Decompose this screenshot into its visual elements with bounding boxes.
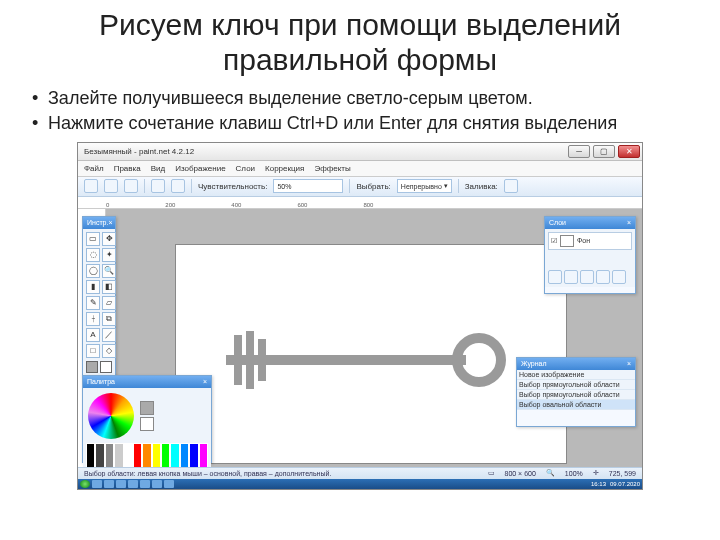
- shape-tool-icon[interactable]: ◇: [102, 344, 116, 358]
- panel-close-icon[interactable]: ×: [627, 360, 631, 367]
- canvas[interactable]: [176, 245, 566, 463]
- add-layer-button[interactable]: [548, 270, 562, 284]
- lasso-tool-icon[interactable]: ◌: [86, 248, 100, 262]
- tool-button[interactable]: [84, 179, 98, 193]
- clone-tool-icon[interactable]: ⧉: [102, 312, 116, 326]
- panel-title: Палитра: [87, 378, 115, 385]
- clock-date: 09.07.2020: [610, 481, 640, 487]
- menu-item[interactable]: Правка: [114, 164, 141, 173]
- tool-button[interactable]: [171, 179, 185, 193]
- line-tool-icon[interactable]: ／: [102, 328, 116, 342]
- merge-layer-button[interactable]: [596, 270, 610, 284]
- ruler-mark: 200: [165, 202, 175, 208]
- background-color[interactable]: [100, 361, 112, 373]
- minimize-button[interactable]: ─: [568, 145, 590, 158]
- taskbar-icon[interactable]: [128, 480, 138, 488]
- panel-close-icon[interactable]: ×: [627, 219, 631, 226]
- secondary-color-box[interactable]: [140, 417, 154, 431]
- menu-item[interactable]: Изображение: [175, 164, 225, 173]
- picker-tool-icon[interactable]: ⟊: [86, 312, 100, 326]
- menu-item[interactable]: Коррекция: [265, 164, 304, 173]
- text-tool-icon[interactable]: A: [86, 328, 100, 342]
- tool-button[interactable]: [151, 179, 165, 193]
- layer-thumbnail: [560, 235, 574, 247]
- tolerance-label: Чувствительность:: [198, 182, 267, 191]
- mode-dropdown[interactable]: Непрерывно▾: [397, 179, 452, 193]
- key-drawing: [226, 329, 506, 389]
- close-button[interactable]: ✕: [618, 145, 640, 158]
- history-item[interactable]: Новое изображение: [517, 370, 635, 380]
- separator: [458, 179, 459, 193]
- tolerance-slider[interactable]: 50%: [273, 179, 343, 193]
- system-clock[interactable]: 16:13 09.07.2020: [591, 481, 640, 487]
- panel-title: Слои: [549, 219, 566, 226]
- maximize-button[interactable]: ▢: [593, 145, 615, 158]
- ruler-horizontal: 0 200 400 600 800: [78, 197, 642, 209]
- cursor-icon: ✛: [593, 469, 599, 477]
- primary-color-box[interactable]: [140, 401, 154, 415]
- ruler-mark: 600: [297, 202, 307, 208]
- delete-layer-button[interactable]: [564, 270, 578, 284]
- bullet-item: Нажмите сочетание клавиш Ctrl+D или Ente…: [48, 112, 690, 135]
- tool-button[interactable]: [104, 179, 118, 193]
- duplicate-layer-button[interactable]: [580, 270, 594, 284]
- panel-title: Журнал: [521, 360, 547, 367]
- panel-title: Инстр.: [87, 219, 108, 226]
- checkbox-icon[interactable]: ☑: [551, 237, 557, 245]
- tools-grid: ▭ ✥ ◌ ✦ ◯ 🔍 ▮ ◧ ✎ ▱ ⟊ ⧉ A ／ □ ◇: [86, 232, 112, 358]
- ellipse-select-tool-icon[interactable]: ◯: [86, 264, 100, 278]
- ruler-mark: 400: [231, 202, 241, 208]
- history-item[interactable]: Выбор овальной области: [517, 400, 635, 410]
- separator: [144, 179, 145, 193]
- zoom-tool-icon[interactable]: 🔍: [102, 264, 116, 278]
- bucket-tool-icon[interactable]: ▮: [86, 280, 100, 294]
- foreground-color[interactable]: [86, 361, 98, 373]
- tolerance-value: 50%: [277, 183, 291, 190]
- rect-select-tool-icon[interactable]: ▭: [86, 232, 100, 246]
- slide-title: Рисуем ключ при помощи выделений правиль…: [30, 8, 690, 77]
- layers-panel[interactable]: Слои× ☑ Фон: [544, 216, 636, 294]
- layer-row[interactable]: ☑ Фон: [548, 232, 632, 250]
- taskbar-icon[interactable]: [152, 480, 162, 488]
- move-tool-icon[interactable]: ✥: [102, 232, 116, 246]
- tools-panel[interactable]: Инстр.× ▭ ✥ ◌ ✦ ◯ 🔍 ▮ ◧ ✎ ▱ ⟊ ⧉ A ／: [82, 216, 116, 377]
- layer-props-button[interactable]: [612, 270, 626, 284]
- wand-tool-icon[interactable]: ✦: [102, 248, 116, 262]
- taskbar-icon[interactable]: [140, 480, 150, 488]
- layer-name: Фон: [577, 237, 590, 244]
- separator: [191, 179, 192, 193]
- rect-tool-icon[interactable]: □: [86, 344, 100, 358]
- taskbar-icon[interactable]: [92, 480, 102, 488]
- panel-close-icon[interactable]: ×: [108, 219, 112, 226]
- brush-tool-icon[interactable]: ✎: [86, 296, 100, 310]
- taskbar-icon[interactable]: [116, 480, 126, 488]
- window-titlebar: Безымянный - paint.net 4.2.12 ─ ▢ ✕: [78, 143, 642, 161]
- taskbar-icon[interactable]: [164, 480, 174, 488]
- toolbar: Чувствительность: 50% Выбрать: Непрерывн…: [78, 177, 642, 197]
- history-item[interactable]: Выбор прямоугольной области: [517, 380, 635, 390]
- flood-button[interactable]: [504, 179, 518, 193]
- window-title: Безымянный - paint.net 4.2.12: [84, 147, 194, 156]
- eraser-tool-icon[interactable]: ▱: [102, 296, 116, 310]
- menu-bar: Файл Правка Вид Изображение Слои Коррекц…: [78, 161, 642, 177]
- bullet-item: Залейте получившееся выделение светло-се…: [48, 87, 690, 110]
- palette-panel[interactable]: Палитра×: [82, 375, 212, 463]
- taskbar: 16:13 09.07.2020: [78, 479, 642, 489]
- taskbar-icon[interactable]: [104, 480, 114, 488]
- screenshot: Безымянный - paint.net 4.2.12 ─ ▢ ✕ Файл…: [77, 142, 643, 490]
- history-item[interactable]: Выбор прямоугольной области: [517, 390, 635, 400]
- zoom-level: 100%: [565, 470, 583, 477]
- menu-item[interactable]: Файл: [84, 164, 104, 173]
- gradient-tool-icon[interactable]: ◧: [102, 280, 116, 294]
- color-wheel[interactable]: [88, 393, 134, 439]
- start-button[interactable]: [80, 480, 90, 488]
- menu-item[interactable]: Слои: [236, 164, 255, 173]
- tool-button[interactable]: [124, 179, 138, 193]
- menu-item[interactable]: Вид: [151, 164, 165, 173]
- image-size: 800 × 600: [505, 470, 536, 477]
- ruler-mark: 0: [106, 202, 109, 208]
- history-panel[interactable]: Журнал× Новое изображение Выбор прямоуго…: [516, 357, 636, 427]
- panel-close-icon[interactable]: ×: [203, 378, 207, 385]
- menu-item[interactable]: Эффекты: [314, 164, 350, 173]
- mode-value: Непрерывно: [401, 183, 442, 190]
